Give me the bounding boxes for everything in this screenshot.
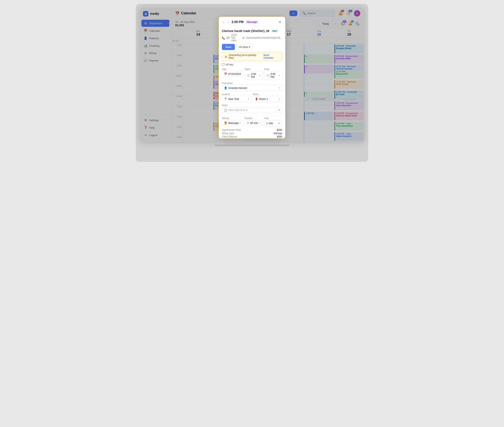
service-icon: 💆	[224, 122, 227, 124]
service-chevron: ▾	[240, 122, 241, 124]
practitioner-group: Practitioner 👤 Amanda Hansen ▾	[222, 82, 282, 91]
phone-icon: 📞	[222, 37, 225, 39]
phone-icon2: 💬	[227, 37, 230, 39]
room-icon: 🚪	[255, 98, 258, 100]
client-balance-row: Client Balance $300	[222, 135, 282, 138]
send-reminder-link[interactable]: Send reminder	[263, 54, 279, 59]
notes-chevron: ▾	[246, 109, 248, 112]
date-time-row: Date 📅 07/15/2024 Starts 🕐 2:	[222, 68, 282, 80]
practitioner-chevron: ▾	[279, 87, 280, 89]
dollar-icon: $	[266, 122, 268, 125]
clock-end-icon: 🕐	[266, 74, 270, 77]
location-icon: 📍	[224, 98, 227, 100]
cost-add-btn[interactable]: +	[278, 122, 280, 125]
modal-next-btn[interactable]: ›	[227, 20, 230, 24]
notes-icon: 📋	[224, 109, 227, 112]
on-time-button[interactable]: On time ▾	[236, 44, 253, 50]
ends-group: Ends 🕐 3:00 PM ▾	[264, 68, 282, 80]
starts-group: Starts 🕐 2:00 PM ▾	[245, 68, 263, 80]
modal-overlay: ‹ › 2:00 PM Massage ✕ Clarissa Sarah Cad…	[171, 8, 364, 142]
main-content: 📅 Calendar + 🔍 🔔 9 ⚡ 12	[171, 8, 364, 142]
notes-group: Notes 📋 View notes from ▾ +	[222, 104, 282, 113]
start-button[interactable]: Start	[222, 44, 235, 50]
service-input[interactable]: 💆 Massage ▾	[222, 120, 243, 126]
patient-contact: 📞 💬 (123) 333-4444 ✉ clarissasarahconsta…	[222, 34, 282, 42]
modal-time: 2:00 PM	[232, 20, 243, 24]
modal-body: Clarissa Sarah Cade (She/Her), 28 New 📞 …	[219, 27, 285, 139]
date-input[interactable]: 📅 07/15/2024	[222, 71, 243, 77]
modal-actions: Start On time ▾	[222, 44, 282, 50]
notes-add-btn[interactable]: +	[277, 107, 282, 113]
cost-group: Cost $ 200 +	[264, 117, 282, 127]
calendar-input-icon: 📅	[224, 72, 227, 76]
ends-chevron: ▾	[279, 74, 280, 77]
status-badge: New	[271, 30, 278, 32]
location-chevron: ▾	[248, 98, 249, 100]
person-icon: 👤	[224, 86, 227, 89]
starts-chevron: ▾	[259, 74, 260, 77]
duration-input[interactable]: ⏱ 60 min ▾	[245, 120, 263, 126]
email-icon: ✉	[242, 37, 245, 39]
all-day-row: All day	[222, 63, 282, 66]
billing-type-row: Billing Type Self-pay	[222, 132, 282, 135]
onboarding-alert: ⚠️ Onboarding forms partially filled. Se…	[222, 52, 282, 61]
room-chevron: ▾	[279, 98, 280, 100]
duration-chevron: ▾	[259, 122, 260, 124]
ends-input[interactable]: 🕐 3:00 PM ▾	[264, 71, 282, 80]
modal-header: ‹ › 2:00 PM Massage ✕	[219, 17, 285, 27]
location-room-row: Location 📍 New York ▾ Room 🚪	[222, 93, 282, 102]
practitioner-input[interactable]: 👤 Amanda Hansen ▾	[222, 85, 282, 91]
cost-input[interactable]: $ 200 +	[264, 120, 282, 127]
modal-service-badge: Massage	[245, 20, 259, 24]
date-group: Date 📅 07/15/2024	[222, 68, 243, 80]
all-day-checkbox[interactable]	[222, 63, 225, 66]
clock-icon: 🕐	[247, 74, 250, 77]
modal-close-btn[interactable]: ✕	[278, 20, 282, 25]
room-group: Room 🚪 Room 1 ▾	[253, 93, 282, 102]
location-input[interactable]: 📍 New York ▾	[222, 96, 251, 102]
notes-row: 📋 View notes from ▾ +	[222, 107, 282, 113]
service-row: Service 💆 Massage ▾ Duration ⏱	[222, 117, 282, 127]
duration-group: Duration ⏱ 60 min ▾	[245, 117, 263, 127]
patient-name: Clarissa Sarah Cade (She/Her), 28 New	[222, 29, 282, 32]
starts-input[interactable]: 🕐 2:00 PM ▾	[245, 71, 263, 80]
notes-input[interactable]: 📋 View notes from ▾	[222, 107, 275, 113]
duration-icon: ⏱	[247, 122, 249, 124]
room-input[interactable]: 🚪 Room 1 ▾	[253, 96, 282, 102]
warning-icon: ⚠️	[225, 55, 227, 58]
appointment-modal: ‹ › 2:00 PM Massage ✕ Clarissa Sarah Cad…	[218, 16, 286, 139]
location-group: Location 📍 New York ▾	[222, 93, 251, 102]
service-group: Service 💆 Massage ▾	[222, 117, 243, 127]
modal-prev-btn[interactable]: ‹	[222, 20, 225, 24]
appointment-total-row: Appointment Total $200	[222, 129, 282, 131]
